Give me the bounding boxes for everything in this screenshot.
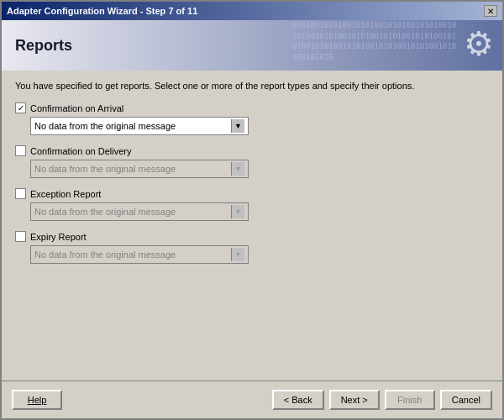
report-name-expiry-report: Expiry Report [30,232,87,242]
reports-container: Confirmation on ArrivalNo data from the … [15,102,489,264]
report-name-confirmation-delivery: Confirmation on Delivery [30,146,131,156]
footer-left: Help [12,390,62,410]
wizard-window: Adapter Configuration Wizard - Step 7 of… [0,0,504,420]
title-bar: Adapter Configuration Wizard - Step 7 of… [2,2,502,20]
report-label-row-expiry-report: Expiry Report [15,231,489,242]
dropdown-arrow-confirmation-delivery: ▼ [231,162,244,176]
checkbox-confirmation-delivery[interactable] [15,145,26,156]
footer-right: < Back Next > Finish Cancel [272,390,492,410]
back-button[interactable]: < Back [272,390,324,410]
dropdown-confirmation-delivery: No data from the original message▼ [30,160,249,178]
header-banner: Reports 01010010101001010100101010010101… [2,20,502,71]
report-label-row-exception-report: Exception Report [15,188,489,199]
dropdown-row-exception-report: No data from the original message▼ [30,202,489,221]
dropdown-exception-report: No data from the original message▼ [30,202,249,221]
window-title: Adapter Configuration Wizard - Step 7 of… [7,6,197,16]
dropdown-arrow-expiry-report: ▼ [231,248,244,261]
next-button[interactable]: Next > [329,390,380,410]
cancel-button[interactable]: Cancel [440,390,492,410]
report-name-confirmation-arrival: Confirmation on Arrival [30,103,123,113]
content-area: You have specified to get reports. Selec… [2,71,502,381]
report-section-exception-report: Exception ReportNo data from the origina… [15,188,489,221]
report-section-expiry-report: Expiry ReportNo data from the original m… [15,231,489,264]
report-name-exception-report: Exception Report [30,189,101,199]
dropdown-row-confirmation-delivery: No data from the original message▼ [30,160,489,178]
dropdown-text-confirmation-delivery: No data from the original message [34,164,231,174]
footer: Help < Back Next > Finish Cancel [2,381,502,418]
checkbox-exception-report[interactable] [15,188,26,199]
dropdown-arrow-exception-report: ▼ [231,205,244,218]
finish-button[interactable]: Finish [385,390,435,410]
dropdown-confirmation-arrival[interactable]: No data from the original message▼ [30,117,249,135]
instructions-text: You have specified to get reports. Selec… [15,81,489,91]
checkbox-confirmation-arrival[interactable] [15,102,26,113]
dropdown-text-confirmation-arrival: No data from the original message [34,121,231,131]
report-label-row-confirmation-arrival: Confirmation on Arrival [15,102,489,113]
report-label-row-confirmation-delivery: Confirmation on Delivery [15,145,489,156]
report-section-confirmation-delivery: Confirmation on DeliveryNo data from the… [15,145,489,178]
help-button[interactable]: Help [12,390,62,410]
dropdown-row-confirmation-arrival: No data from the original message▼ [30,117,489,135]
report-section-confirmation-arrival: Confirmation on ArrivalNo data from the … [15,102,489,135]
close-button[interactable]: ✕ [484,5,497,17]
gear-icon: ⚙ [464,24,494,63]
page-title: Reports [15,37,72,55]
dropdown-text-exception-report: No data from the original message [34,207,231,217]
dropdown-row-expiry-report: No data from the original message▼ [30,245,489,264]
dropdown-expiry-report: No data from the original message▼ [30,245,249,264]
dropdown-arrow-confirmation-arrival: ▼ [231,119,244,133]
checkbox-expiry-report[interactable] [15,231,26,242]
decorative-binary: 0101001010100101010010101001010100101010… [292,20,460,62]
dropdown-text-expiry-report: No data from the original message [34,249,231,260]
